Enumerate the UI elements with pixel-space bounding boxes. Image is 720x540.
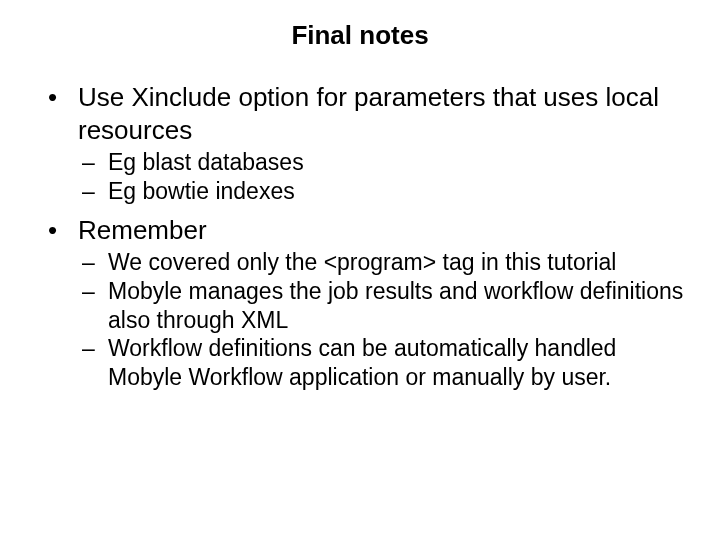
list-item-text: Mobyle manages the job results and workf…: [108, 277, 690, 335]
list-item-text: Eg blast databases: [108, 148, 304, 177]
list-item: – We covered only the <program> tag in t…: [82, 248, 690, 277]
dash-mark: –: [82, 177, 108, 206]
list-item: – Eg blast databases: [82, 148, 690, 177]
dash-mark: –: [82, 334, 108, 392]
list-item: – Eg bowtie indexes: [82, 177, 690, 206]
bullet-mark: •: [48, 214, 78, 247]
list-item: • Use Xinclude option for parameters tha…: [48, 81, 690, 146]
slide-title: Final notes: [30, 20, 690, 51]
bullet-mark: •: [48, 81, 78, 146]
list-item: – Mobyle manages the job results and wor…: [82, 277, 690, 335]
list-item: • Remember: [48, 214, 690, 247]
list-item-text: Workflow definitions can be automaticall…: [108, 334, 690, 392]
list-item-text: Use Xinclude option for parameters that …: [78, 81, 690, 146]
dash-mark: –: [82, 248, 108, 277]
list-item-text: We covered only the <program> tag in thi…: [108, 248, 616, 277]
list-item-text: Eg bowtie indexes: [108, 177, 295, 206]
dash-mark: –: [82, 277, 108, 335]
dash-mark: –: [82, 148, 108, 177]
list-item-text: Remember: [78, 214, 207, 247]
list-item: – Workflow definitions can be automatica…: [82, 334, 690, 392]
